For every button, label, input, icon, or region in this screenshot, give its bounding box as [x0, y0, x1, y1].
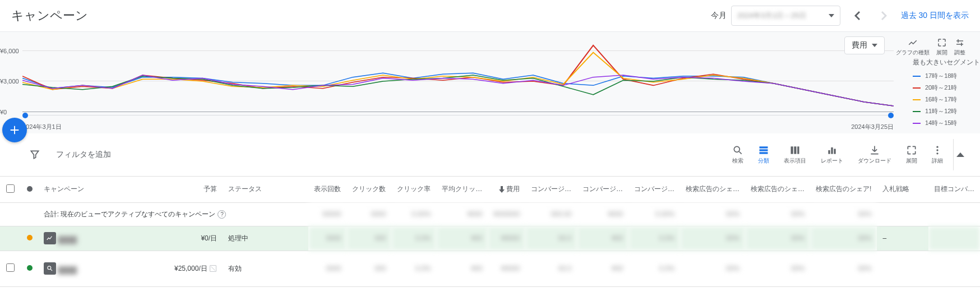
- metric-cell: 00.0: [525, 251, 577, 286]
- legend-item[interactable]: 17時～18時: [913, 72, 980, 80]
- col-conv2[interactable]: コンバージ…: [577, 177, 628, 202]
- last-30-days-link[interactable]: 過去 30 日間を表示: [901, 11, 969, 21]
- campaign-name[interactable]: ████: [58, 236, 77, 244]
- expand-button[interactable]: 展開: [902, 145, 922, 165]
- columns-button[interactable]: 表示項目: [779, 145, 811, 165]
- legend-item[interactable]: 20時～21時: [913, 84, 980, 92]
- y-tick: ¥6,000: [0, 48, 19, 54]
- summary-cell: 00000: [308, 202, 346, 226]
- metric-cell: 00%: [810, 251, 877, 286]
- sort-down-icon: [499, 186, 505, 193]
- status-cell: 処理中: [223, 226, 308, 251]
- month-label: 今月: [711, 11, 727, 21]
- metric-cell: ¥00: [577, 226, 628, 251]
- metric-cell: 0.0%: [391, 251, 436, 286]
- chart-expand-button[interactable]: 展開: [935, 36, 949, 58]
- tool-label: 詳細: [932, 157, 943, 165]
- col-ctr[interactable]: クリック率: [391, 177, 436, 202]
- col-bid[interactable]: 入札戦略: [877, 177, 928, 202]
- metric-cell: 00%: [680, 226, 745, 251]
- col-cost[interactable]: 費用: [488, 177, 525, 202]
- tool-label: 表示項目: [784, 157, 806, 165]
- metric-cell: 00.0: [525, 226, 577, 251]
- metric-cell: 000: [346, 226, 391, 251]
- legend-swatch: [913, 123, 921, 124]
- range-handle-end[interactable]: [888, 113, 894, 118]
- col-status[interactable]: ステータス: [223, 177, 308, 202]
- chart-type-label: グラフの種類: [896, 49, 930, 57]
- budget-cell[interactable]: ¥25,000/日: [149, 251, 223, 286]
- table-row[interactable]: ████ ¥25,000/日 有効 0000 000 0.0% ¥00 ¥000…: [0, 251, 980, 286]
- tool-label: レポート: [821, 157, 843, 165]
- campaign-type-icon: [44, 232, 56, 244]
- collapse-panel-button[interactable]: [953, 139, 967, 170]
- more-button[interactable]: 詳細: [927, 145, 947, 165]
- adjust-icon: [955, 38, 965, 48]
- dropdown-icon: [829, 14, 834, 17]
- metric-cell: 00%: [810, 226, 877, 251]
- reports-button[interactable]: レポート: [816, 145, 848, 165]
- campaign-name[interactable]: ████: [58, 266, 77, 274]
- chart-adjust-label: 調整: [954, 49, 965, 57]
- search-button[interactable]: 検索: [728, 145, 748, 165]
- select-all-checkbox[interactable]: [6, 184, 15, 193]
- summary-cell: 000.00: [525, 202, 577, 226]
- segment-button[interactable]: 分類: [754, 145, 774, 165]
- col-sis1[interactable]: 検索広告のシェ…: [680, 177, 745, 202]
- segment-icon: [758, 145, 769, 156]
- col-target[interactable]: 目標コンバ…: [928, 177, 980, 202]
- metric-cell: 000: [346, 251, 391, 286]
- add-campaign-fab[interactable]: [2, 118, 27, 142]
- summary-cell: 00%: [810, 202, 877, 226]
- summary-cell: 0000: [346, 202, 391, 226]
- range-handle-start[interactable]: [22, 113, 28, 118]
- legend-item[interactable]: 16時～17時: [913, 95, 980, 104]
- chart-canvas: ¥6,000 ¥3,000 ¥0: [22, 39, 894, 112]
- col-sis3[interactable]: 検索広告のシェア!: [810, 177, 877, 202]
- help-icon[interactable]: ?: [218, 210, 226, 219]
- prev-period-button[interactable]: [847, 6, 867, 26]
- add-filter-button[interactable]: フィルタを追加: [56, 150, 111, 160]
- summary-cell: 00%: [745, 202, 810, 226]
- svg-rect-7: [828, 150, 830, 154]
- table-row[interactable]: ████ ¥0/日 処理中 0000 000 0.0% ¥00 ¥0000 00…: [0, 226, 980, 251]
- legend-swatch: [913, 99, 921, 100]
- filter-icon[interactable]: [29, 149, 40, 160]
- legend-item[interactable]: 11時～12時: [913, 107, 980, 115]
- summary-cell: 00%: [680, 202, 745, 226]
- chart-adjust-button[interactable]: 調整: [953, 36, 967, 58]
- col-sis2[interactable]: 検索広告のシェ…: [745, 177, 810, 202]
- row-checkbox[interactable]: [6, 263, 15, 272]
- x-axis-start: 2024年3月1日: [22, 123, 62, 131]
- svg-point-0: [734, 146, 739, 152]
- date-range-picker[interactable]: 2024年3月1日～25日: [731, 6, 840, 26]
- legend-label: 16時～17時: [925, 95, 957, 104]
- metric-dropdown[interactable]: 費用: [844, 36, 885, 54]
- col-campaign[interactable]: キャンペーン: [38, 177, 149, 202]
- download-icon: [869, 145, 880, 156]
- col-conv3[interactable]: コンバージ…: [628, 177, 680, 202]
- svg-rect-1: [760, 146, 768, 148]
- col-budget[interactable]: 予算: [149, 177, 223, 202]
- budget-cell[interactable]: ¥0/日: [149, 226, 223, 251]
- legend-item[interactable]: 14時～15時: [913, 119, 980, 127]
- legend-label: 14時～15時: [925, 119, 957, 127]
- metric-cell: 00%: [745, 226, 810, 251]
- metric-cell: 0.0%: [391, 226, 436, 251]
- col-clicks[interactable]: クリック数: [346, 177, 391, 202]
- metric-cell: 00%: [745, 251, 810, 286]
- metric-cell: [928, 226, 980, 251]
- summary-cell: ¥000000: [488, 202, 525, 226]
- download-button[interactable]: ダウンロード: [853, 145, 896, 165]
- legend-label: 17時～18時: [925, 72, 957, 80]
- col-conv1[interactable]: コンバージ…: [525, 177, 577, 202]
- col-avgcpc[interactable]: 平均クリッ…: [436, 177, 488, 202]
- next-period-button: [874, 6, 894, 26]
- range-slider[interactable]: [22, 115, 894, 119]
- metric-cell: ¥00: [436, 226, 488, 251]
- col-impr[interactable]: 表示回数: [308, 177, 346, 202]
- chart-type-button[interactable]: グラフの種類: [895, 36, 931, 58]
- status-dot: [27, 265, 33, 271]
- svg-rect-6: [797, 146, 799, 154]
- metric-cell: [928, 251, 980, 286]
